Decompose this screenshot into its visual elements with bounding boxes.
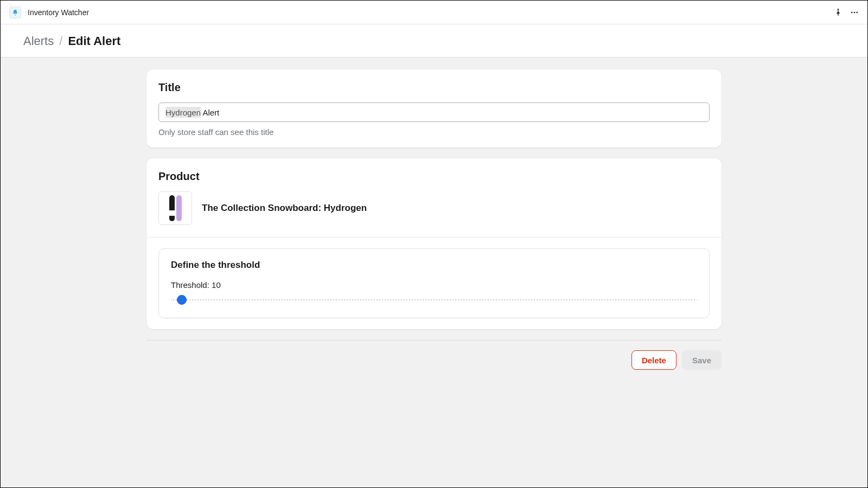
pin-icon [834, 8, 843, 17]
delete-button[interactable]: Delete [631, 350, 676, 370]
app-icon [9, 7, 21, 18]
product-name: The Collection Snowboard: Hydrogen [202, 203, 367, 214]
product-section-heading: Product [158, 170, 710, 183]
product-thumbnail [158, 191, 192, 225]
main-content: Title Hydrogen Only store staff can see … [1, 57, 867, 382]
snowboard-graphic-purple [176, 195, 182, 221]
title-card: Title Hydrogen Only store staff can see … [146, 69, 722, 147]
svg-point-1 [854, 11, 856, 13]
topbar-right [834, 8, 859, 17]
breadcrumb: Alerts / Edit Alert [1, 24, 867, 57]
threshold-value: 10 [212, 280, 221, 290]
title-input[interactable] [158, 102, 710, 122]
threshold-heading: Define the threshold [171, 260, 697, 271]
form-container: Title Hydrogen Only store staff can see … [146, 69, 722, 370]
breadcrumb-current: Edit Alert [68, 34, 120, 48]
footer-actions: Delete Save [146, 350, 722, 370]
title-input-wrap: Hydrogen [158, 102, 710, 122]
snowboard-graphic-dark [169, 195, 175, 221]
more-button[interactable] [850, 8, 859, 17]
footer-divider [146, 340, 722, 341]
topbar: Inventory Watcher [1, 1, 867, 24]
title-section-heading: Title [158, 81, 710, 94]
threshold-label-prefix: Threshold: [171, 280, 212, 290]
more-horizontal-icon [850, 8, 859, 17]
notification-icon [12, 9, 18, 16]
save-button[interactable]: Save [682, 350, 722, 370]
topbar-left: Inventory Watcher [9, 7, 89, 18]
breadcrumb-parent-link[interactable]: Alerts [23, 34, 54, 48]
threshold-slider[interactable] [171, 295, 697, 305]
threshold-card: Define the threshold Threshold: 10 [158, 248, 710, 318]
slider-track [171, 299, 697, 301]
svg-point-2 [856, 11, 858, 13]
breadcrumb-separator: / [59, 34, 62, 48]
pin-button[interactable] [834, 8, 843, 17]
product-card: Product The Collection Snowboard: Hydrog… [146, 158, 722, 329]
product-row: The Collection Snowboard: Hydrogen [158, 191, 710, 225]
threshold-value-label: Threshold: 10 [171, 280, 697, 290]
svg-point-0 [851, 11, 853, 13]
title-help-text: Only store staff can see this title [158, 127, 710, 137]
slider-thumb[interactable] [177, 295, 187, 305]
app-title: Inventory Watcher [28, 8, 89, 17]
